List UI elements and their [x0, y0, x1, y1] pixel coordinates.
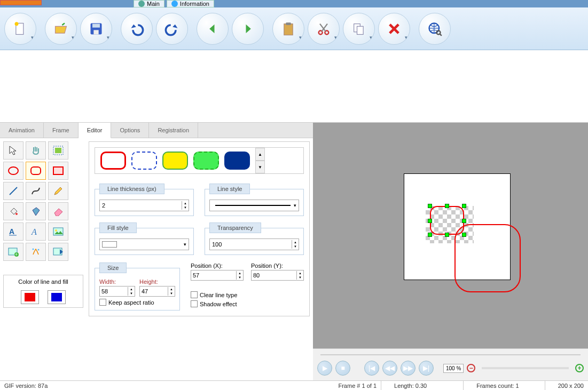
preset-red-outline[interactable]: [100, 152, 126, 170]
globe-search-icon: [427, 21, 442, 36]
posx-input[interactable]: ▲▼: [191, 270, 244, 281]
redo-icon: [164, 21, 179, 36]
stop-button[interactable]: ■: [335, 361, 350, 376]
shadow-checkbox[interactable]: Shadow effect: [191, 300, 304, 307]
forward-button[interactable]: ▶▶: [401, 361, 415, 376]
canvas[interactable]: [404, 173, 511, 280]
posy-input[interactable]: ▲▼: [251, 270, 304, 281]
height-label: Height:: [139, 278, 175, 285]
svg-point-15: [9, 167, 18, 174]
tool-gradient[interactable]: [26, 202, 46, 220]
tool-effects[interactable]: [26, 243, 46, 261]
handle-nw[interactable]: [428, 204, 432, 208]
paste-button[interactable]: [272, 13, 304, 45]
line-style-combo[interactable]: ▾: [209, 200, 299, 211]
rect-fill-icon: [52, 166, 64, 176]
preset-yellow[interactable]: [162, 152, 188, 170]
handle-ne[interactable]: [462, 204, 466, 208]
prev-button[interactable]: [197, 13, 229, 45]
tool-eraser[interactable]: [48, 202, 68, 220]
handle-e[interactable]: [462, 219, 466, 223]
pointer-icon: [8, 145, 19, 156]
tool-line[interactable]: [3, 182, 23, 200]
add-frame-icon: +: [7, 247, 19, 257]
size-group: Size Width: ▲▼ Height: ▲▼ Keep aspect: [95, 262, 180, 311]
transparency-input[interactable]: ▲▼: [209, 238, 299, 250]
canvas-area[interactable]: [313, 123, 588, 348]
save-button[interactable]: [80, 13, 112, 45]
copy-icon: [351, 21, 366, 36]
preset-green-dashed[interactable]: [193, 152, 219, 170]
keep-aspect-label: Keep aspect ratio: [108, 299, 154, 306]
app-menu-button[interactable]: [0, 0, 42, 5]
fill-style-combo[interactable]: ▾: [99, 238, 189, 250]
handle-se[interactable]: [462, 233, 466, 237]
timeline[interactable]: [317, 351, 584, 359]
tool-image[interactable]: [48, 222, 68, 241]
tool-text[interactable]: A: [3, 222, 23, 241]
web-button[interactable]: [419, 13, 451, 45]
tab-registration[interactable]: Registration: [149, 123, 198, 138]
curve-icon: [30, 186, 41, 196]
zoom-value[interactable]: 100 %: [443, 364, 464, 373]
next-button[interactable]: [232, 13, 264, 45]
zoom-in-button[interactable]: +: [575, 364, 584, 372]
handle-sw[interactable]: [428, 233, 432, 237]
zoom-out-button[interactable]: −: [467, 364, 475, 372]
tool-add-frame[interactable]: +: [3, 243, 23, 261]
tab-information[interactable]: Information: [167, 0, 214, 7]
new-button[interactable]: [4, 13, 36, 45]
arrow-right-icon: [240, 21, 255, 36]
tool-rect-fill[interactable]: [48, 162, 68, 180]
tab-frame[interactable]: Frame: [44, 123, 79, 138]
width-input[interactable]: ▲▼: [99, 286, 135, 297]
status-frames-count: Frames count: 1: [472, 383, 523, 389]
play-button[interactable]: ▶: [317, 361, 332, 376]
handle-w[interactable]: [428, 219, 432, 223]
tool-marquee[interactable]: [48, 141, 68, 160]
delete-button[interactable]: [378, 13, 410, 45]
tool-roundrect[interactable]: [26, 162, 46, 180]
handle-n[interactable]: [445, 204, 449, 208]
preset-scroll-up[interactable]: ▲: [255, 148, 265, 161]
preset-navy[interactable]: [224, 152, 250, 170]
rewind-button[interactable]: ◀◀: [382, 361, 397, 376]
transparency-group: Transparency ▲▼: [205, 222, 304, 255]
handle-s[interactable]: [445, 233, 449, 237]
redo-button[interactable]: [156, 13, 188, 45]
tool-crop[interactable]: [48, 243, 68, 261]
posy-label: Position (Y):: [251, 262, 304, 269]
keep-aspect-checkbox[interactable]: Keep aspect ratio: [99, 299, 175, 306]
zoom-slider[interactable]: [482, 367, 569, 369]
tool-pointer[interactable]: [3, 141, 23, 160]
open-button[interactable]: [45, 13, 77, 45]
line-thickness-input[interactable]: ▲▼: [99, 200, 189, 211]
side-tabs: Animation Frame Editor Options Registrat…: [0, 123, 313, 138]
height-input[interactable]: ▲▼: [139, 286, 175, 297]
tab-options[interactable]: Options: [111, 123, 149, 138]
undo-button[interactable]: [121, 13, 153, 45]
tab-main[interactable]: Main: [134, 0, 164, 7]
fill-color-swatch[interactable]: [48, 290, 66, 304]
preset-scroll-down[interactable]: ▼: [255, 161, 265, 173]
line-color-swatch[interactable]: [21, 290, 39, 304]
tool-ellipse[interactable]: [3, 162, 23, 180]
svg-line-18: [10, 187, 17, 195]
copy-button[interactable]: [343, 13, 375, 45]
status-frame: Frame # 1 of 1: [334, 383, 381, 389]
cut-button[interactable]: [308, 13, 340, 45]
first-button[interactable]: |◀: [364, 361, 379, 376]
last-button[interactable]: ▶|: [419, 361, 434, 376]
preset-blue-dashed[interactable]: [131, 152, 157, 170]
size-label: Size: [99, 262, 127, 273]
bucket-icon: [8, 206, 19, 217]
tool-bucket[interactable]: [3, 202, 23, 220]
undo-icon: [129, 21, 144, 36]
clear-line-checkbox[interactable]: Clear line type: [191, 291, 304, 298]
tool-curve[interactable]: [26, 182, 46, 200]
tool-text-italic[interactable]: A: [26, 222, 46, 241]
tab-animation[interactable]: Animation: [0, 123, 44, 138]
tab-editor[interactable]: Editor: [79, 123, 112, 138]
tool-pencil[interactable]: [48, 182, 68, 200]
tool-hand[interactable]: [26, 141, 46, 160]
